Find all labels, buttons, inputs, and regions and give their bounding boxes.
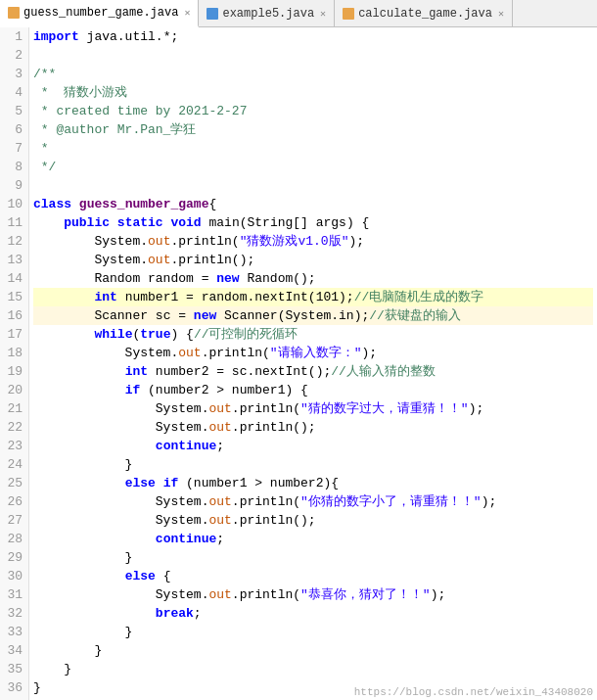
ln-4: 4 bbox=[6, 83, 23, 102]
line-numbers: 1 2 3 4 5 6 7 8 9 10 11 12 13 14 15 16 1… bbox=[0, 27, 29, 700]
code-line-25: else if (number1 > number2){ bbox=[33, 474, 593, 492]
ln-8: 8 bbox=[6, 158, 23, 176]
tab-close-2[interactable]: ✕ bbox=[320, 8, 326, 20]
ln-31: 31 bbox=[6, 585, 23, 604]
code-line-17: while(true) {//可控制的死循环 bbox=[33, 325, 593, 344]
code-line-23: continue; bbox=[33, 437, 593, 455]
ln-26: 26 bbox=[6, 492, 23, 511]
code-line-13: System.out.println(); bbox=[33, 251, 593, 269]
ln-10: 10 bbox=[6, 195, 23, 213]
code-line-3: /** bbox=[33, 65, 593, 83]
code-line-2 bbox=[33, 46, 593, 65]
code-line-20: if (number2 > number1) { bbox=[33, 381, 593, 399]
code-line-14: Random random = new Random(); bbox=[33, 269, 593, 288]
ln-6: 6 bbox=[6, 120, 23, 139]
ln-12: 12 bbox=[6, 232, 23, 251]
ln-36: 36 bbox=[6, 678, 23, 697]
code-area: 1 2 3 4 5 6 7 8 9 10 11 12 13 14 15 16 1… bbox=[0, 27, 597, 700]
ln-17: 17 bbox=[6, 325, 23, 344]
code-line-18: System.out.println("请输入数字："); bbox=[33, 344, 593, 362]
code-line-1: import java.util.*; bbox=[33, 27, 593, 46]
tab-label-3: calculate_game.java bbox=[358, 7, 492, 21]
code-line-24: } bbox=[33, 455, 593, 474]
code-content[interactable]: import java.util.*; /** * 猜数小游戏 * create… bbox=[29, 27, 597, 700]
ln-25: 25 bbox=[6, 474, 23, 492]
ln-7: 7 bbox=[6, 139, 23, 158]
code-line-33: } bbox=[33, 623, 593, 641]
tab-icon-calculate bbox=[343, 8, 354, 20]
code-line-16: Scanner sc = new Scanner(System.in);//获键… bbox=[33, 306, 593, 325]
ln-32: 32 bbox=[6, 604, 23, 623]
tab-label-2: example5.java bbox=[222, 7, 314, 21]
code-line-19: int number2 = sc.nextInt();//人输入猜的整数 bbox=[33, 362, 593, 381]
tab-calculate-game[interactable]: calculate_game.java ✕ bbox=[335, 0, 513, 26]
code-line-22: System.out.println(); bbox=[33, 418, 593, 437]
tab-example5[interactable]: example5.java ✕ bbox=[199, 0, 335, 26]
ln-21: 21 bbox=[6, 399, 23, 418]
ln-11: 11 bbox=[6, 213, 23, 232]
code-line-5: * created time by 2021-2-27 bbox=[33, 102, 593, 120]
code-line-7: * bbox=[33, 139, 593, 158]
ln-18: 18 bbox=[6, 344, 23, 362]
ln-24: 24 bbox=[6, 455, 23, 474]
ln-14: 14 bbox=[6, 269, 23, 288]
code-line-31: System.out.println("恭喜你，猜对了！！"); bbox=[33, 585, 593, 604]
code-line-34: } bbox=[33, 641, 593, 660]
tab-close-1[interactable]: ✕ bbox=[184, 7, 190, 19]
ln-13: 13 bbox=[6, 251, 23, 269]
code-line-8: */ bbox=[33, 158, 593, 176]
code-line-27: System.out.println(); bbox=[33, 511, 593, 530]
code-line-6: * @author Mr.Pan_学狂 bbox=[33, 120, 593, 139]
code-line-28: continue; bbox=[33, 530, 593, 548]
code-line-26: System.out.println("你猜的数字小了，请重猜！！"); bbox=[33, 492, 593, 511]
ln-16: 16 bbox=[6, 306, 23, 325]
tab-guess-number-game[interactable]: guess_number_game.java ✕ bbox=[0, 0, 199, 27]
code-line-32: break; bbox=[33, 604, 593, 623]
ln-2: 2 bbox=[6, 46, 23, 65]
ln-33: 33 bbox=[6, 623, 23, 641]
tab-icon-example5 bbox=[207, 8, 218, 20]
tab-icon-java bbox=[8, 7, 20, 19]
tab-close-3[interactable]: ✕ bbox=[498, 8, 504, 20]
ln-29: 29 bbox=[6, 548, 23, 567]
ln-34: 34 bbox=[6, 641, 23, 660]
ln-9: 9 bbox=[6, 176, 23, 195]
ln-35: 35 bbox=[6, 660, 23, 678]
tab-label-1: guess_number_game.java bbox=[23, 6, 178, 20]
ln-1: 1 bbox=[6, 27, 23, 46]
ln-28: 28 bbox=[6, 530, 23, 548]
ln-23: 23 bbox=[6, 437, 23, 455]
code-line-11: public static void main(String[] args) { bbox=[33, 213, 593, 232]
code-line-12: System.out.println("猜数游戏v1.0版"); bbox=[33, 232, 593, 251]
watermark: https://blog.csdn.net/weixin_43408020 bbox=[350, 684, 597, 700]
ln-3: 3 bbox=[6, 65, 23, 83]
code-line-9 bbox=[33, 176, 593, 195]
ln-5: 5 bbox=[6, 102, 23, 120]
ln-20: 20 bbox=[6, 381, 23, 399]
code-line-30: else { bbox=[33, 567, 593, 585]
ln-30: 30 bbox=[6, 567, 23, 585]
code-line-4: * 猜数小游戏 bbox=[33, 83, 593, 102]
ln-19: 19 bbox=[6, 362, 23, 381]
ln-27: 27 bbox=[6, 511, 23, 530]
editor-container: guess_number_game.java ✕ example5.java ✕… bbox=[0, 0, 597, 700]
code-line-15: int number1 = random.nextInt(101);//电脑随机… bbox=[33, 288, 593, 306]
code-line-21: System.out.println("猜的数字过大，请重猜！！"); bbox=[33, 399, 593, 418]
code-line-35: } bbox=[33, 660, 593, 678]
code-line-29: } bbox=[33, 548, 593, 567]
tab-bar: guess_number_game.java ✕ example5.java ✕… bbox=[0, 0, 597, 27]
ln-15: 15 bbox=[6, 288, 23, 306]
code-line-10: class guess_number_game{ bbox=[33, 195, 593, 213]
ln-22: 22 bbox=[6, 418, 23, 437]
